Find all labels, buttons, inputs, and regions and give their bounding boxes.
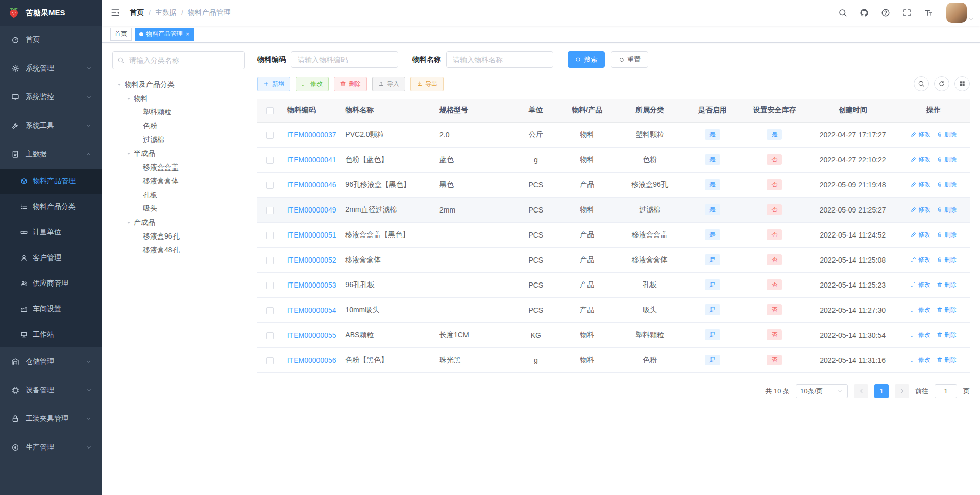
- tab-1[interactable]: 物料产品管理×: [135, 28, 194, 41]
- add-button[interactable]: 新增: [257, 77, 290, 91]
- table-tool-refresh-button[interactable]: [934, 76, 949, 91]
- navbar-github-button[interactable]: [857, 6, 871, 19]
- tree-node[interactable]: 物料: [112, 91, 245, 105]
- sidebar-subitem-material-product-management[interactable]: 物料产品管理: [0, 169, 102, 194]
- sidebar-item-production-management[interactable]: 生产管理: [0, 433, 102, 462]
- tree-caret-icon[interactable]: [124, 151, 134, 156]
- row-delete-button[interactable]: 删除: [937, 356, 957, 364]
- user-avatar[interactable]: [946, 3, 967, 23]
- sidebar-item-device-management[interactable]: 设备管理: [0, 376, 102, 405]
- import-button[interactable]: 导入: [372, 77, 405, 91]
- row-checkbox[interactable]: [266, 282, 274, 289]
- search-button[interactable]: 搜索: [568, 51, 605, 68]
- material-code-link[interactable]: ITEM00000055: [287, 331, 336, 339]
- row-checkbox[interactable]: [266, 157, 274, 164]
- breadcrumb-item[interactable]: 首页: [130, 8, 144, 17]
- sidebar-subitem-workstation[interactable]: 工作站: [0, 322, 102, 347]
- export-button[interactable]: 导出: [410, 77, 444, 91]
- tree-node[interactable]: 吸头: [112, 202, 245, 216]
- reset-button[interactable]: 重置: [611, 51, 648, 68]
- delete-button[interactable]: 删除: [334, 77, 367, 91]
- sidebar-subitem-customer-management[interactable]: 客户管理: [0, 245, 102, 271]
- table-tool-grid-button[interactable]: [954, 76, 970, 91]
- material-code-link[interactable]: ITEM00000041: [287, 156, 336, 164]
- goto-page-input[interactable]: [935, 384, 957, 398]
- row-delete-button[interactable]: 删除: [937, 155, 957, 164]
- select-all-checkbox[interactable]: [266, 107, 274, 114]
- material-code-link[interactable]: ITEM00000056: [287, 356, 336, 364]
- row-delete-button[interactable]: 删除: [937, 255, 957, 264]
- material-code-link[interactable]: ITEM00000052: [287, 256, 336, 264]
- sidebar-item-master-data[interactable]: 主数据: [0, 140, 102, 169]
- row-checkbox[interactable]: [266, 332, 274, 339]
- material-code-link[interactable]: ITEM00000051: [287, 231, 336, 239]
- row-delete-button[interactable]: 删除: [937, 230, 957, 239]
- tree-node[interactable]: 半成品: [112, 147, 245, 160]
- row-edit-button[interactable]: 修改: [911, 130, 930, 139]
- row-edit-button[interactable]: 修改: [911, 255, 930, 264]
- material-code-link[interactable]: ITEM00000054: [287, 306, 336, 314]
- row-delete-button[interactable]: 删除: [937, 205, 957, 214]
- sidebar-subitem-measure-unit[interactable]: 计量单位: [0, 220, 102, 245]
- material-code-link[interactable]: ITEM00000049: [287, 206, 336, 214]
- material-code-link[interactable]: ITEM00000053: [287, 281, 336, 289]
- tree-caret-icon[interactable]: [114, 82, 125, 87]
- sidebar-item-system-management[interactable]: 系统管理: [0, 54, 102, 83]
- row-delete-button[interactable]: 删除: [937, 280, 957, 289]
- tree-node[interactable]: 物料及产品分类: [112, 78, 245, 91]
- row-checkbox[interactable]: [266, 207, 274, 214]
- sidebar-subitem-workshop-settings[interactable]: 车间设置: [0, 296, 102, 322]
- sidebar-item-system-tools[interactable]: 系统工具: [0, 111, 102, 140]
- material-code-input[interactable]: [291, 51, 398, 68]
- row-checkbox[interactable]: [266, 132, 274, 139]
- row-edit-button[interactable]: 修改: [911, 155, 930, 164]
- sidebar-item-warehouse-management[interactable]: 仓储管理: [0, 347, 102, 376]
- row-edit-button[interactable]: 修改: [911, 280, 930, 289]
- navbar-fontsize-button[interactable]: [922, 6, 935, 19]
- tree-node[interactable]: 产成品: [112, 216, 245, 229]
- sidebar-subitem-material-product-category[interactable]: 物料产品分类: [0, 194, 102, 220]
- page-size-select[interactable]: 10条/页: [796, 384, 848, 398]
- tab-0[interactable]: 首页: [110, 28, 132, 41]
- tree-node[interactable]: 移液盒48孔: [112, 243, 245, 257]
- tree-node[interactable]: 孔板: [112, 188, 245, 202]
- navbar-search-button[interactable]: [836, 6, 849, 19]
- sidebar-toggle-hamburger-icon[interactable]: [110, 8, 120, 18]
- material-code-link[interactable]: ITEM00000046: [287, 181, 336, 189]
- sidebar-subitem-supplier-management[interactable]: 供应商管理: [0, 271, 102, 296]
- row-delete-button[interactable]: 删除: [937, 180, 957, 189]
- row-delete-button[interactable]: 删除: [937, 305, 957, 314]
- edit-button[interactable]: 修改: [296, 77, 329, 91]
- tree-caret-icon[interactable]: [124, 220, 134, 225]
- sidebar-item-home[interactable]: 首页: [0, 26, 102, 54]
- material-name-input[interactable]: [446, 51, 553, 68]
- category-search-input[interactable]: [112, 51, 245, 69]
- row-edit-button[interactable]: 修改: [911, 205, 930, 214]
- navbar-fullscreen-button[interactable]: [900, 6, 914, 19]
- next-page-button[interactable]: [895, 384, 909, 398]
- row-edit-button[interactable]: 修改: [911, 180, 930, 189]
- row-edit-button[interactable]: 修改: [911, 331, 930, 339]
- row-checkbox[interactable]: [266, 182, 274, 189]
- row-edit-button[interactable]: 修改: [911, 305, 930, 314]
- tree-node[interactable]: 塑料颗粒: [112, 105, 245, 119]
- row-checkbox[interactable]: [266, 232, 274, 239]
- user-menu[interactable]: [946, 3, 967, 23]
- navbar-question-button[interactable]: [879, 6, 892, 19]
- sidebar-item-fixture-management[interactable]: 工装夹具管理: [0, 405, 102, 433]
- row-edit-button[interactable]: 修改: [911, 230, 930, 239]
- row-delete-button[interactable]: 删除: [937, 130, 957, 139]
- tree-caret-icon[interactable]: [124, 96, 134, 101]
- prev-page-button[interactable]: [854, 384, 868, 398]
- tree-node[interactable]: 移液盒96孔: [112, 229, 245, 243]
- row-delete-button[interactable]: 删除: [937, 331, 957, 339]
- tree-node[interactable]: 移液盒盒体: [112, 174, 245, 188]
- row-checkbox[interactable]: [266, 357, 274, 364]
- material-code-link[interactable]: ITEM00000037: [287, 131, 336, 139]
- sidebar-item-system-monitor[interactable]: 系统监控: [0, 83, 102, 111]
- row-checkbox[interactable]: [266, 257, 274, 264]
- row-edit-button[interactable]: 修改: [911, 356, 930, 364]
- tree-node[interactable]: 色粉: [112, 119, 245, 133]
- row-checkbox[interactable]: [266, 307, 274, 314]
- tree-node[interactable]: 移液盒盒盖: [112, 160, 245, 174]
